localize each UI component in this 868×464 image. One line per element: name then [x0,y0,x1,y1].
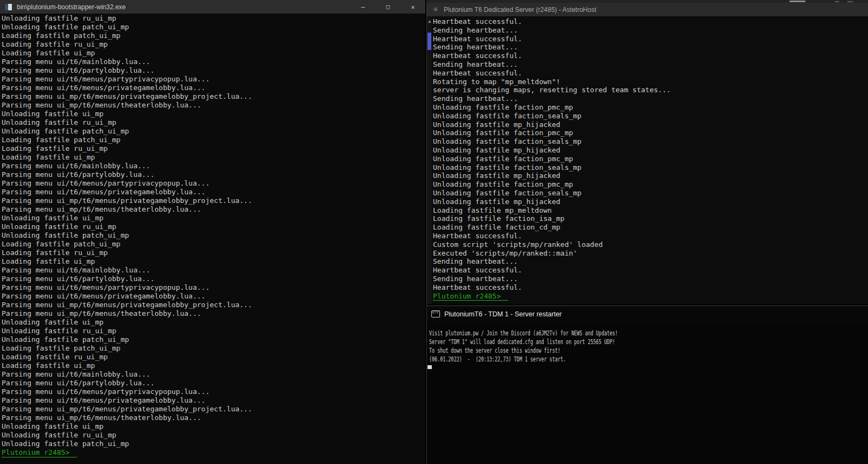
server-restarter-window: c:\ PlutoniumT6 - TDM 1 - Server restart… [426,304,868,464]
background-scrollbar-fragment [789,1,806,2]
server-restarter-console-output: Visit plutonium.pw / Join the Discord (a… [429,329,723,364]
plutonium-logo-icon: ✳ [431,6,440,13]
background-fragment [835,1,839,2]
maximize-button[interactable]: □ [375,0,400,14]
bootstrapper-window-title: bin\plutonium-bootstrapper-win32.exe [17,3,126,11]
dedicated-server-console-content: Heartbeat successful. Sending heartbeat.… [432,16,868,304]
server-restarter-console-area[interactable]: Visit plutonium.pw / Join the Discord (a… [427,322,868,464]
prompt-text: Plutonium r2485> [433,292,508,301]
console-scrollbar[interactable] [427,16,432,304]
scrollbar-thumb[interactable] [427,33,431,50]
bootstrapper-app-icon [4,3,12,11]
bootstrapper-console-area[interactable]: Unloading fastfile ru_ui_mp Unloading fa… [0,14,425,464]
minimize-button[interactable]: – [350,0,375,14]
cmd-prompt-icon: c:\ [431,310,440,317]
prompt-text: Plutonium r2485> [2,448,77,457]
background-fragment [847,1,853,2]
bootstrapper-window: bin\plutonium-bootstrapper-win32.exe – □… [0,0,425,464]
dedicated-server-window: ✳ Plutonium T6 Dedicated Server (r2485) … [426,3,868,304]
bootstrapper-titlebar[interactable]: bin\plutonium-bootstrapper-win32.exe – □… [0,0,425,14]
dedicated-server-console-output: Heartbeat successful. Sending heartbeat.… [433,17,868,292]
bootstrapper-console-prompt: Plutonium r2485> [2,448,425,457]
dedicated-server-console-area[interactable]: Heartbeat successful. Sending heartbeat.… [427,16,868,304]
server-restarter-window-title: PlutoniumT6 - TDM 1 - Server restarter [444,310,562,318]
dedicated-server-window-title: Plutonium T6 Dedicated Server (r2485) - … [444,6,596,14]
dedicated-server-console-prompt: Plutonium r2485> [433,292,868,301]
dedicated-server-titlebar[interactable]: ✳ Plutonium T6 Dedicated Server (r2485) … [427,3,868,16]
scroll-up-icon[interactable] [428,20,431,23]
bootstrapper-console-output: Unloading fastfile ru_ui_mp Unloading fa… [2,14,425,448]
text-cursor [427,365,432,369]
server-restarter-titlebar[interactable]: c:\ PlutoniumT6 - TDM 1 - Server restart… [427,306,868,322]
window-controls: – □ ✕ [350,0,425,14]
close-button[interactable]: ✕ [400,0,425,14]
